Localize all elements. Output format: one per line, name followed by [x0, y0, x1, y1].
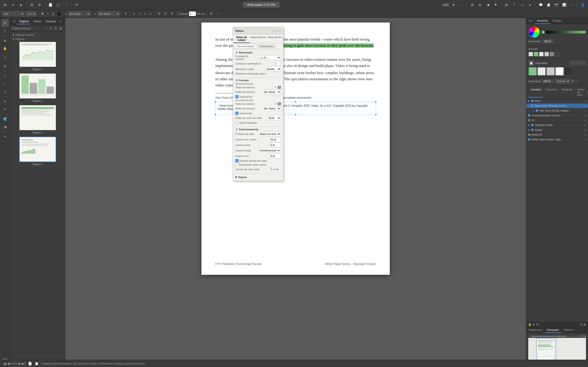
underline-btn[interactable]: U	[51, 11, 56, 17]
page-4-container[interactable]: Analysing trends in architectural techno…	[12, 137, 63, 166]
big-swatch-gray[interactable]	[546, 67, 555, 75]
layer-lock-btn[interactable]: 🔒	[528, 323, 531, 326]
nav-tab-transformar[interactable]: Transformar	[526, 327, 545, 333]
doc-btn[interactable]: 📄	[47, 1, 54, 8]
text-color-swatch[interactable]	[57, 11, 61, 16]
tab-fim[interactable]: Notas de fim	[267, 35, 283, 43]
estilo-corpo-select[interactable]: Body	[267, 116, 281, 120]
list-btn-1[interactable]: ☰	[156, 11, 162, 17]
lacuna-curta-input[interactable]	[269, 167, 281, 172]
tab-estoque[interactable]: Estoque	[44, 19, 58, 24]
layer-vis-touro[interactable]: ●	[585, 109, 586, 112]
color-wheel[interactable]	[528, 26, 540, 38]
permitir-divisao-check[interactable]	[235, 159, 238, 162]
swatch-2[interactable]	[534, 52, 538, 56]
pan-tool[interactable]: ✋	[1, 45, 9, 52]
estilo-select-2[interactable]: [No Style]	[262, 106, 281, 111]
page-4-thumb[interactable]: Analysing trends in architectural techno…	[19, 137, 56, 162]
layer-vis-grupo[interactable]: ●	[585, 129, 586, 131]
notas-down-btn[interactable]: ↓	[275, 29, 276, 33]
swatch-6[interactable]	[555, 52, 560, 56]
frame-tool[interactable]: ⊡	[1, 62, 9, 70]
settings-btn-1[interactable]: ⚙	[28, 1, 35, 8]
layout-btn-1[interactable]: ⊞	[503, 1, 510, 8]
align-center[interactable]: ≡	[137, 11, 142, 17]
scissors-tool[interactable]: ✂	[1, 133, 9, 140]
style-select-2[interactable]: [No Style]	[97, 11, 120, 17]
grid-btn-2[interactable]: ⊟	[477, 1, 484, 8]
view-large-btn[interactable]	[581, 61, 586, 65]
settings-btn-2[interactable]: ⚙	[36, 1, 43, 8]
view-list-btn[interactable]	[576, 61, 580, 65]
layer-opacity-input[interactable]	[542, 79, 553, 83]
paginas-mestras-label[interactable]: Páginas mestras	[12, 27, 44, 30]
move-page-btn[interactable]: ⇅	[53, 26, 58, 31]
columns-input[interactable]	[189, 11, 196, 16]
layer-vis-02[interactable]: ●	[585, 119, 586, 122]
swatch-3[interactable]	[539, 52, 544, 56]
chevron-btn[interactable]: ⌄	[458, 1, 465, 8]
layer-eye-btn[interactable]: 👁	[532, 323, 535, 326]
formato-select[interactable]: i, ii, iii, ...	[258, 55, 281, 60]
grid-btn-1[interactable]: ⊞	[469, 1, 476, 8]
align-justify[interactable]: ≡	[148, 11, 153, 17]
layer-mode-select[interactable]: Normal	[555, 78, 570, 84]
ellipse-tool[interactable]: ○	[1, 80, 9, 87]
gradient-tool[interactable]: ◑	[1, 123, 9, 131]
page-2-thumb[interactable]	[19, 73, 56, 99]
layout-btn-2[interactable]: T	[511, 1, 518, 8]
swatch-5[interactable]	[550, 52, 554, 56]
layout-btn-3[interactable]: ◁	[519, 1, 526, 8]
green-slider[interactable]	[545, 31, 586, 33]
layer-vis-changes[interactable]: ●	[585, 124, 586, 126]
tab-tracado[interactable]: Traçado	[550, 18, 564, 24]
panel-menu-btn[interactable]: ☰	[12, 19, 16, 24]
formato-header[interactable]: ▼ Formato	[235, 79, 281, 82]
polygon-tool[interactable]: ⬡	[1, 88, 9, 95]
sobrescrito-check-2[interactable]	[235, 112, 238, 115]
handle-tl[interactable]	[215, 101, 216, 103]
posicionamento-header[interactable]: ▼ Posicionamento	[235, 128, 281, 131]
layer-add-btn[interactable]: +	[575, 80, 577, 83]
view-btn[interactable]: 👁	[73, 1, 80, 8]
empacotar-check[interactable]	[235, 163, 238, 166]
next-page-btn[interactable]: ▶	[18, 362, 21, 365]
fill-tool[interactable]: 🪣	[1, 115, 9, 123]
more-btn[interactable]: ⋯	[569, 1, 575, 8]
layer-analysing[interactable]: Analysing trends +in arch... ●	[526, 113, 588, 118]
layer-touro[interactable]: ↳ See Touro (2018), chapter... ●	[526, 108, 588, 113]
color-dot-green[interactable]	[542, 31, 545, 33]
list-btn-2[interactable]: ☰	[163, 11, 168, 17]
play-btn[interactable]: ◀	[484, 1, 491, 8]
layer-arrange-btn[interactable]: ⊞	[580, 323, 582, 326]
layer-vis-mestre[interactable]: ●	[585, 133, 586, 136]
posicao-select[interactable]: Abaixo do texto	[258, 132, 281, 136]
zoom-slider[interactable]	[531, 336, 575, 337]
add-page-btn[interactable]: +	[45, 26, 48, 31]
app-icon-btn-2[interactable]: ✦	[10, 1, 17, 8]
subtab-documentacao[interactable]: Documentação	[235, 44, 256, 49]
layer-tab-caractere[interactable]: Caractere	[544, 87, 559, 98]
layers-add-btn[interactable]: +	[586, 91, 588, 94]
prev-page-btn[interactable]: ◀	[7, 362, 10, 365]
layout-btn-4[interactable]: ♦	[527, 1, 533, 8]
rect-tool[interactable]: □	[1, 72, 9, 80]
estilo-select-1[interactable]: [No Style]	[262, 90, 281, 94]
tab-rodape[interactable]: Notas de rodapé	[233, 35, 250, 43]
first-page-btn[interactable]: |◀	[3, 362, 6, 365]
pen-tool[interactable]: ✒	[1, 98, 9, 105]
text-tool[interactable]: T	[1, 55, 9, 62]
page-3-container[interactable]: Página 3	[12, 105, 63, 134]
layer-vis-body[interactable]: ●	[585, 100, 586, 102]
tab-cor[interactable]: Cor	[526, 18, 535, 24]
handle-br[interactable]	[375, 114, 377, 116]
lacuna-entre-input[interactable]	[269, 143, 281, 147]
select-tool[interactable]: ↖	[1, 19, 9, 27]
layer-02[interactable]: 02 ●	[526, 118, 588, 123]
layer-white-paper[interactable]: White Paper Series - Nijm... ●	[526, 137, 588, 142]
big-swatch-light[interactable]	[537, 67, 546, 75]
sobrescrito-check-1[interactable]	[235, 95, 238, 98]
chat-btn-1[interactable]: 💬	[537, 1, 544, 8]
heart-btn[interactable]: ♥	[450, 1, 457, 8]
chat-btn-2[interactable]: 📋	[545, 1, 552, 8]
